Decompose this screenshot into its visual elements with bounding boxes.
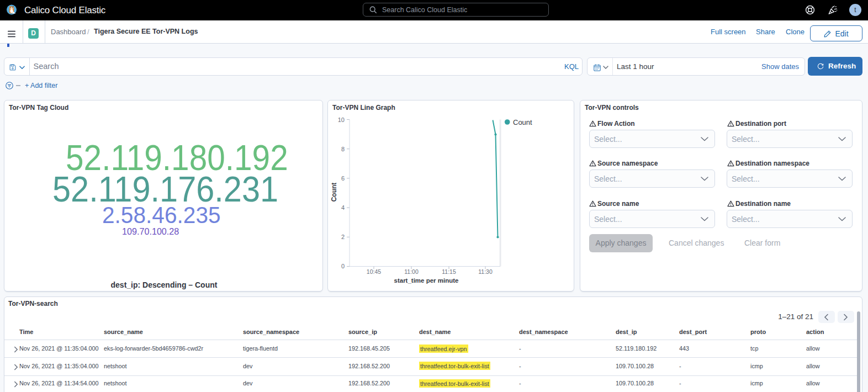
svg-text:2: 2 — [341, 234, 345, 240]
svg-text:6: 6 — [341, 175, 345, 182]
svg-text:10: 10 — [338, 116, 345, 123]
svg-text:4: 4 — [341, 204, 345, 211]
svg-text:11:15: 11:15 — [442, 268, 456, 275]
svg-text:10:45: 10:45 — [367, 268, 381, 275]
svg-text:11:30: 11:30 — [478, 268, 493, 275]
svg-text:start_time per minute: start_time per minute — [394, 277, 459, 284]
svg-text:Count: Count — [513, 118, 532, 126]
svg-text:8: 8 — [341, 146, 345, 152]
svg-text:11:00: 11:00 — [404, 268, 419, 275]
svg-text:0: 0 — [341, 263, 345, 269]
svg-text:Count: Count — [330, 183, 338, 202]
